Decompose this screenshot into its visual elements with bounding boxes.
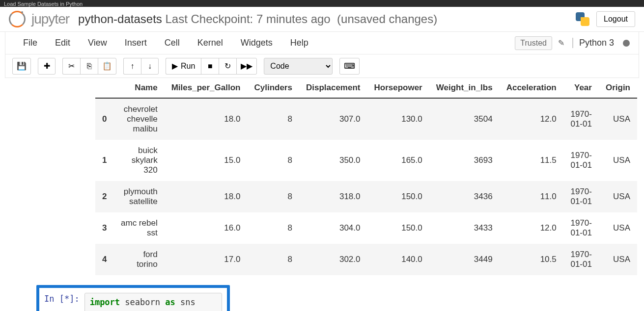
move-up-button[interactable]: ↑ [123, 58, 141, 75]
logout-button[interactable]: Logout [596, 11, 635, 27]
menu-view[interactable]: View [79, 33, 116, 53]
toolbar: 💾 ✚ ✂ ⎘ 📋 ↑ ↓ ▶Run ■ ↻ ▶▶ Code ⌨ [5, 54, 639, 78]
col-Miles_per_Gallon: Miles_per_Gallon [165, 78, 248, 98]
table-row: 2plymouth satellite18.08318.0150.0343611… [95, 181, 637, 212]
run-button[interactable]: ▶Run [166, 58, 201, 75]
interrupt-button[interactable]: ■ [201, 58, 219, 75]
arrow-down-icon: ↓ [148, 62, 152, 71]
table-row: 3amc rebel sst16.08304.0150.0343312.0197… [95, 212, 637, 244]
menu-insert[interactable]: Insert [116, 33, 156, 53]
restart-run-all-button[interactable]: ▶▶ [236, 58, 257, 75]
jupyter-logo-icon [9, 11, 26, 27]
menu-cell[interactable]: Cell [156, 33, 189, 53]
jupyter-logo-text: jupyter [31, 11, 69, 27]
dataframe-output: NameMiles_per_GallonCylindersDisplacemen… [95, 78, 637, 275]
save-button[interactable]: 💾 [12, 58, 31, 75]
table-row: 4ford torino17.08302.0140.0344910.51970-… [95, 244, 637, 275]
edit-icon[interactable]: ✎ [558, 38, 564, 48]
cut-icon: ✂ [68, 61, 75, 71]
table-row: 1buick skylark 32015.08350.0165.0369311.… [95, 140, 637, 181]
command-palette-button[interactable]: ⌨ [339, 58, 360, 75]
notebook-container: NameMiles_per_GallonCylindersDisplacemen… [0, 78, 644, 311]
python-kernel-icon [575, 11, 590, 27]
menu-file[interactable]: File [14, 33, 46, 53]
restart-icon: ↻ [224, 61, 231, 71]
keyboard-icon: ⌨ [344, 61, 355, 71]
menu-help[interactable]: Help [281, 33, 317, 53]
menubar: FileEditViewInsertCellKernelWidgetsHelp … [5, 32, 639, 54]
cut-button[interactable]: ✂ [62, 58, 80, 75]
col-Horsepower: Horsepower [367, 78, 429, 98]
paste-icon: 📋 [102, 61, 112, 71]
copy-button[interactable]: ⎘ [80, 58, 98, 75]
col-Cylinders: Cylinders [247, 78, 299, 98]
code-cell-running[interactable]: In [*]: import seaborn as snssns.get_dat… [36, 285, 230, 311]
notebook-title[interactable]: python-datasets Last Checkpoint: 7 minut… [78, 12, 437, 26]
save-icon: 💾 [17, 61, 27, 71]
fast-forward-icon: ▶▶ [241, 61, 252, 71]
stop-icon: ■ [208, 62, 213, 71]
menu-edit[interactable]: Edit [46, 33, 79, 53]
plus-icon: ✚ [44, 61, 50, 71]
dataframe-table: NameMiles_per_GallonCylindersDisplacemen… [95, 78, 637, 275]
arrow-up-icon: ↑ [131, 62, 135, 71]
move-down-button[interactable]: ↓ [141, 58, 159, 75]
menu-widgets[interactable]: Widgets [232, 33, 281, 53]
col-Acceleration: Acceleration [500, 78, 563, 98]
paste-button[interactable]: 📋 [98, 58, 116, 75]
col-Name: Name [113, 78, 164, 98]
col-Year: Year [563, 78, 599, 98]
trusted-badge[interactable]: Trusted [515, 36, 552, 50]
notebook-header: jupyter python-datasets Last Checkpoint:… [0, 7, 644, 32]
menu-kernel[interactable]: Kernel [189, 33, 232, 53]
kernel-name[interactable]: Python 3 [572, 38, 614, 48]
copy-icon: ⎘ [87, 62, 92, 71]
browser-tab-title: Load Sample Datasets in Python [0, 0, 644, 7]
kernel-busy-indicator [623, 40, 630, 47]
cell-prompt: In [*]: [44, 293, 84, 311]
restart-button[interactable]: ↻ [219, 58, 236, 75]
play-icon: ▶ [172, 61, 178, 71]
insert-cell-button[interactable]: ✚ [38, 58, 56, 75]
cell-type-select[interactable]: Code [264, 58, 333, 75]
table-row: 0chevrolet chevelle malibu18.08307.0130.… [95, 98, 637, 140]
code-input[interactable]: import seaborn as snssns.get_dataset_nam… [84, 293, 222, 311]
col-Origin: Origin [599, 78, 637, 98]
jupyter-logo[interactable]: jupyter [9, 11, 69, 27]
col-Displacement: Displacement [299, 78, 367, 98]
col-Weight_in_lbs: Weight_in_lbs [429, 78, 500, 98]
